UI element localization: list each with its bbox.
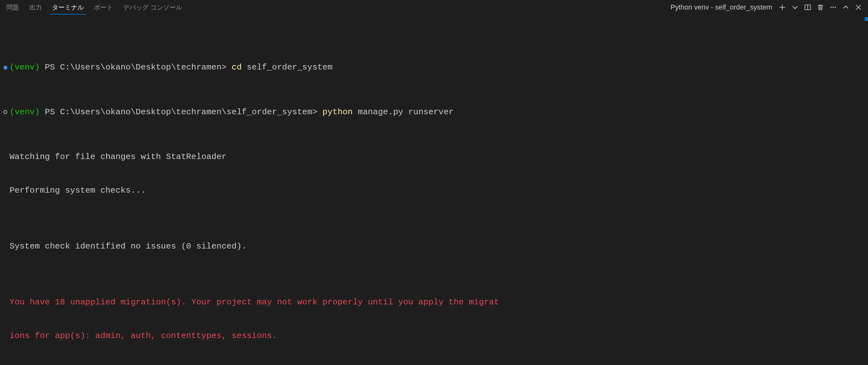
split-terminal-button[interactable] bbox=[803, 3, 812, 12]
command-success-dot-icon bbox=[1, 66, 9, 69]
kill-terminal-button[interactable] bbox=[816, 3, 825, 12]
maximize-panel-button[interactable] bbox=[841, 3, 850, 12]
output-line: Performing system checks... bbox=[9, 185, 146, 196]
output-warning-line: Run 'python manage.py migrate' to apply … bbox=[9, 364, 237, 365]
output-warning-line: ions for app(s): admin, auth, contenttyp… bbox=[9, 330, 277, 341]
tab-label: デバッグ コンソール bbox=[123, 3, 182, 12]
prompt-path: C:\Users\okano\Desktop\techramen\self_or… bbox=[60, 107, 322, 118]
output-warning-line: You have 18 unapplied migration(s). Your… bbox=[9, 297, 499, 308]
tab-output[interactable]: 出力 bbox=[24, 0, 47, 14]
ps-indicator: PS bbox=[45, 62, 60, 73]
output-line: Watching for file changes with StatReloa… bbox=[9, 151, 226, 162]
panel-tab-bar: 問題 出力 ターミナル ポート デバッグ コンソール Python venv -… bbox=[0, 0, 868, 14]
venv-indicator: (venv) bbox=[9, 62, 45, 73]
new-terminal-button[interactable] bbox=[778, 3, 787, 12]
terminal-dropdown-button[interactable] bbox=[790, 3, 800, 12]
tab-label: 出力 bbox=[29, 3, 42, 12]
command: cd bbox=[232, 62, 242, 73]
scrollbar-marker bbox=[865, 17, 868, 21]
tab-debug-console[interactable]: デバッグ コンソール bbox=[118, 0, 187, 14]
output-line: System check identified no issues (0 sil… bbox=[9, 241, 247, 252]
more-actions-button[interactable] bbox=[829, 3, 838, 12]
command-running-dot-icon bbox=[1, 110, 9, 114]
tab-ports[interactable]: ポート bbox=[89, 0, 118, 14]
terminal-actions: Python venv - self_order_system bbox=[668, 3, 867, 12]
command: python bbox=[322, 107, 352, 118]
close-panel-button[interactable] bbox=[854, 3, 863, 12]
svg-point-3 bbox=[833, 7, 834, 8]
prompt-path: C:\Users\okano\Desktop\techramen> bbox=[60, 62, 232, 73]
command-arg: manage.py runserver bbox=[352, 107, 454, 118]
terminal-selector-label: Python venv - self_order_system bbox=[671, 3, 772, 11]
terminal-output[interactable]: (venv) PS C:\Users\okano\Desktop\techram… bbox=[0, 14, 868, 365]
tab-terminal[interactable]: ターミナル bbox=[47, 0, 89, 14]
svg-point-2 bbox=[830, 7, 832, 8]
tab-label: ポート bbox=[94, 3, 113, 12]
terminal-selector[interactable]: Python venv - self_order_system bbox=[668, 3, 774, 11]
tab-label: 問題 bbox=[6, 3, 19, 12]
tab-problems[interactable]: 問題 bbox=[1, 0, 24, 14]
svg-point-4 bbox=[835, 7, 836, 8]
command-arg: self_order_system bbox=[242, 62, 333, 73]
tab-label: ターミナル bbox=[52, 3, 84, 12]
venv-indicator: (venv) bbox=[9, 107, 45, 118]
ps-indicator: PS bbox=[45, 107, 60, 118]
terminal-panel: 問題 出力 ターミナル ポート デバッグ コンソール Python venv -… bbox=[0, 0, 868, 365]
